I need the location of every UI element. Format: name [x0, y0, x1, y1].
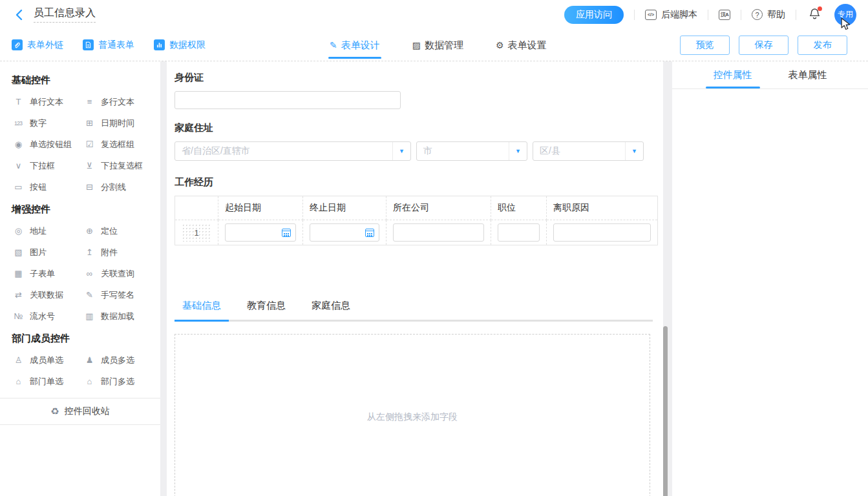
map-pin-icon: ◎ — [12, 226, 25, 236]
control-data-load[interactable]: ▥数据加载 — [83, 310, 154, 322]
tab-form-design[interactable]: ✎ 表单设计 — [330, 29, 380, 61]
tab-control-properties[interactable]: 控件属性 — [708, 61, 757, 88]
divider — [708, 10, 708, 20]
help-label: 帮助 — [767, 9, 785, 21]
control-multi-line-text[interactable]: ≡多行文本 — [83, 96, 154, 108]
properties-panel: 控件属性 表单属性 — [672, 61, 868, 496]
field-label: 身份证 — [175, 72, 653, 84]
company-input[interactable] — [393, 223, 484, 242]
chevron-down-icon: ▼ — [392, 142, 410, 160]
form-design-canvas[interactable]: 身份证 家庭住址 省/自治区/直辖市 ▼ 市 ▼ 区/县 ▼ 工作经历 起始日期 — [167, 61, 663, 496]
end-date-input[interactable] — [310, 223, 379, 242]
divider — [741, 10, 741, 20]
control-label: 部门单选 — [30, 376, 63, 388]
control-dept-single[interactable]: ⌂部门单选 — [12, 375, 83, 388]
preview-button[interactable]: 预览 — [680, 36, 730, 55]
control-label: 下拉框 — [30, 160, 55, 172]
control-image[interactable]: ▧图片 — [12, 246, 83, 258]
control-dropdown[interactable]: ∨下拉框 — [12, 160, 83, 172]
control-member-single[interactable]: ♙成员单选 — [12, 354, 83, 366]
recycle-label: 控件回收站 — [65, 406, 110, 417]
id-card-input[interactable] — [175, 91, 401, 109]
chevron-down-icon: ▼ — [625, 142, 643, 160]
tab-data-manage[interactable]: ▨ 数据管理 — [412, 29, 463, 61]
province-placeholder: 省/自治区/直辖市 — [175, 145, 392, 157]
external-link-tab[interactable]: 表单外链 — [12, 39, 63, 51]
control-checkbox-group[interactable]: ☑复选框组 — [83, 138, 154, 150]
work-experience-subform: 起始日期 终止日期 所在公司 职位 离职原因 1 — [175, 196, 658, 245]
canvas-scrollbar[interactable] — [663, 326, 668, 496]
backend-script-button[interactable]: </> 后端脚本 — [645, 9, 697, 21]
control-dept-multi[interactable]: ⌂部门多选 — [83, 375, 154, 388]
bar-chart-icon — [154, 39, 165, 50]
avatar[interactable]: 专用 — [834, 4, 856, 26]
data-permission-label: 数据权限 — [169, 39, 206, 51]
control-button[interactable]: ▭按钮 — [12, 181, 83, 193]
section-enhanced-controls: 增强控件 — [12, 203, 160, 216]
control-subform[interactable]: ▦子表单 — [12, 267, 83, 280]
save-button[interactable]: 保存 — [739, 36, 789, 55]
multi-line-text-icon: ≡ — [83, 97, 96, 107]
control-number[interactable]: 123数字 — [12, 117, 83, 129]
field-drop-zone[interactable]: 从左侧拖拽来添加字段 — [175, 334, 650, 496]
control-radio-group[interactable]: ◉单选按钮组 — [12, 138, 83, 150]
help-button[interactable]: ? 帮助 — [752, 9, 785, 21]
tab-basic-info[interactable]: 基础信息 — [175, 300, 229, 320]
top-bar: 员工信息录入 应用访问 </> 后端脚本 汉A ? 帮助 专用 — [0, 0, 868, 29]
leave-reason-input[interactable] — [553, 223, 651, 242]
person-icon: ♙ — [12, 355, 25, 365]
control-linked-data[interactable]: ⇄关联数据 — [12, 289, 83, 301]
tab-education-info[interactable]: 教育信息 — [239, 300, 293, 320]
row-drag-handle[interactable]: 1 — [182, 223, 211, 242]
tab-family-info[interactable]: 家庭信息 — [304, 300, 358, 320]
publish-button[interactable]: 发布 — [798, 36, 847, 55]
control-address[interactable]: ◎地址 — [12, 225, 83, 237]
calendar-icon — [282, 229, 291, 237]
position-input[interactable] — [498, 223, 540, 242]
control-linked-query[interactable]: ∞关联查询 — [83, 267, 154, 280]
translate-button[interactable]: 汉A — [719, 10, 730, 20]
page-title[interactable]: 员工信息录入 — [34, 7, 96, 23]
control-label: 日期时间 — [101, 118, 134, 129]
control-serial-number[interactable]: №流水号 — [12, 310, 83, 322]
control-location[interactable]: ⊕定位 — [83, 225, 154, 237]
district-select[interactable]: 区/县 ▼ — [533, 141, 644, 161]
column-header: 终止日期 — [303, 196, 386, 220]
form-design-label: 表单设计 — [341, 39, 380, 52]
form-settings-icon: ⚙ — [496, 40, 504, 50]
number-icon: 123 — [12, 120, 25, 127]
field-home-address[interactable]: 家庭住址 省/自治区/直辖市 ▼ 市 ▼ 区/县 ▼ — [175, 122, 653, 161]
control-recycle-bin[interactable]: ♻ 控件回收站 — [0, 398, 160, 425]
province-select[interactable]: 省/自治区/直辖市 ▼ — [175, 141, 411, 161]
data-manage-icon: ▨ — [412, 40, 421, 50]
tab-form-properties[interactable]: 表单属性 — [783, 61, 832, 88]
city-placeholder: 市 — [417, 145, 509, 157]
control-label: 复选框组 — [101, 139, 134, 150]
control-signature[interactable]: ✎手写签名 — [83, 289, 154, 301]
divider — [796, 10, 796, 20]
control-divider[interactable]: ⊟分割线 — [83, 181, 154, 193]
control-dropdown-multi[interactable]: ⊻下拉复选框 — [83, 160, 154, 172]
tab-form-settings[interactable]: ⚙ 表单设置 — [496, 29, 547, 61]
control-attachment[interactable]: ↥附件 — [83, 246, 154, 258]
city-select[interactable]: 市 ▼ — [416, 141, 527, 161]
document-icon — [83, 39, 94, 50]
back-button[interactable] — [12, 8, 26, 22]
data-permission-tab[interactable]: 数据权限 — [154, 39, 206, 51]
field-work-experience[interactable]: 工作经历 起始日期 终止日期 所在公司 职位 离职原因 1 — [175, 176, 653, 245]
image-icon: ▧ — [12, 247, 25, 257]
notification-button[interactable] — [809, 8, 820, 22]
button-icon: ▭ — [12, 182, 25, 192]
control-datetime[interactable]: ⊞日期时间 — [83, 117, 154, 129]
normal-form-tab[interactable]: 普通表单 — [83, 39, 134, 51]
crosshair-icon: ⊕ — [83, 226, 96, 236]
control-label: 关联数据 — [30, 289, 63, 301]
calendar-icon: ⊞ — [83, 118, 96, 128]
app-access-button[interactable]: 应用访问 — [564, 6, 624, 24]
control-member-multi[interactable]: ♟成员多选 — [83, 354, 154, 366]
control-label: 成员单选 — [30, 355, 63, 366]
field-id-card[interactable]: 身份证 — [175, 72, 653, 109]
control-label: 数据加载 — [101, 311, 134, 322]
control-single-line-text[interactable]: T单行文本 — [12, 96, 83, 108]
start-date-input[interactable] — [225, 223, 296, 242]
